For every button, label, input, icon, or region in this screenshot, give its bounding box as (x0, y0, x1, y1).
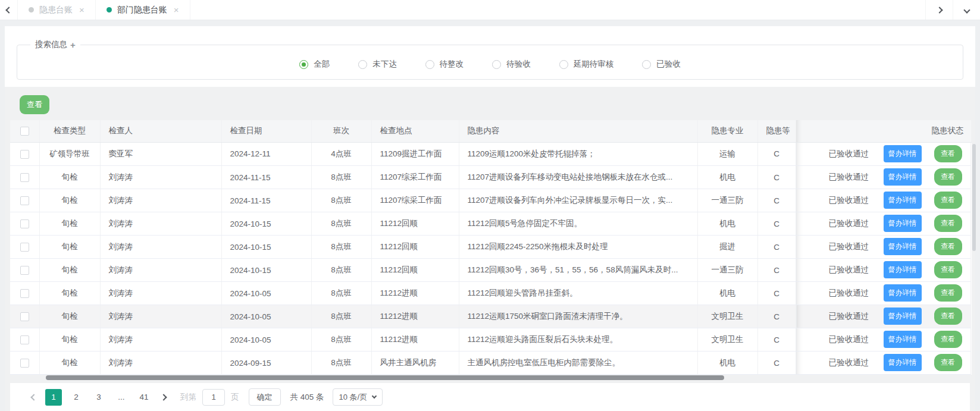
cell-grade: C (757, 212, 796, 236)
cell-inspector: 刘涛涛 (100, 236, 221, 259)
cell-content: 主通风机房控电室低压电柜内部需要除尘。 (459, 352, 697, 375)
cell-date: 2024-10-15 (221, 236, 311, 259)
cell-status-actions: 已验收通过 督办详情 查看 (796, 305, 972, 328)
row-view-button[interactable]: 查看 (934, 168, 962, 186)
total-count-label: 共 405 条 (290, 392, 324, 403)
page-size-select[interactable]: 10 条/页 (333, 388, 383, 406)
row-view-button[interactable]: 查看 (934, 145, 962, 162)
close-icon[interactable]: × (174, 5, 179, 15)
cell-grade: C (757, 189, 796, 212)
page-number[interactable]: 2 (68, 389, 84, 406)
tab-item[interactable]: 部门隐患台账 × (96, 0, 190, 20)
table-row: 旬检 刘涛涛 2024-10-05 8点班 11212进顺 11212运顺175… (10, 305, 971, 328)
supervise-detail-button[interactable]: 督办详情 (884, 215, 922, 232)
tabs-scroll-right-button[interactable] (925, 0, 953, 20)
cell-content: 11207进顺设备列车向外冲尘记录牌板显示每日一次，实... (459, 189, 697, 212)
cell-shift: 8点班 (311, 282, 371, 305)
tabs-scroll-left-button[interactable] (0, 0, 18, 20)
row-checkbox[interactable] (20, 266, 29, 275)
supervise-detail-button[interactable]: 督办详情 (884, 238, 922, 255)
horizontal-scrollbar-thumb[interactable] (46, 375, 724, 380)
col-header-date: 检查日期 (221, 120, 311, 142)
radio-label: 待验收 (506, 59, 531, 70)
select-all-checkbox[interactable] (20, 127, 29, 136)
next-page-button[interactable] (155, 395, 172, 400)
goto-label: 到第 (180, 392, 196, 403)
row-view-button[interactable]: 查看 (934, 261, 962, 278)
row-view-button[interactable]: 查看 (934, 308, 962, 325)
cell-location: 11212回顺 (371, 259, 459, 282)
row-checkbox[interactable] (20, 359, 29, 368)
row-checkbox[interactable] (20, 173, 29, 182)
close-icon[interactable]: × (79, 5, 84, 15)
cell-check-type: 矿领导带班 (39, 142, 100, 166)
supervise-detail-button[interactable]: 督办详情 (884, 284, 922, 302)
page-number[interactable]: 1 (45, 389, 62, 406)
cell-inspector: 刘涛涛 (100, 212, 221, 236)
chevron-down-icon (963, 7, 970, 13)
search-section-title: 搜索信息 + (30, 39, 80, 50)
col-header-shift: 班次 (311, 120, 371, 142)
status-filter-radio[interactable]: 待验收 (492, 59, 531, 70)
page-number[interactable]: 3 (90, 389, 107, 406)
supervise-detail-button[interactable]: 督办详情 (884, 145, 922, 162)
page-number[interactable]: 41 (136, 389, 152, 406)
tab-status-dot-icon (29, 7, 34, 12)
row-view-button[interactable]: 查看 (934, 354, 962, 371)
view-button[interactable]: 查看 (20, 95, 49, 114)
status-filter-radio[interactable]: 待整改 (425, 59, 464, 70)
cell-content: 11212回顺迎头管路吊挂歪斜。 (459, 282, 697, 305)
tab-list: 隐患台账 × 部门隐患台账 × (18, 0, 190, 20)
prev-page-button[interactable] (26, 395, 42, 400)
row-checkbox[interactable] (20, 150, 29, 159)
col-header-status: 隐患状态 (796, 120, 971, 142)
supervise-detail-button[interactable]: 督办详情 (884, 331, 922, 348)
cell-location: 11207综采工作面 (371, 189, 459, 212)
cell-date: 2024-09-15 (221, 352, 311, 375)
cell-specialty: 掘进 (697, 236, 757, 259)
cell-content: 11212回顺5号急停固定不牢固。 (459, 212, 697, 236)
page-number[interactable]: ... (113, 389, 130, 406)
tabs-menu-button[interactable] (953, 0, 980, 20)
row-view-button[interactable]: 查看 (934, 238, 962, 255)
status-filter-radio[interactable]: 全部 (299, 59, 330, 70)
row-view-button[interactable]: 查看 (934, 331, 962, 348)
cell-shift: 8点班 (311, 328, 371, 352)
row-checkbox[interactable] (20, 312, 29, 321)
row-view-button[interactable]: 查看 (934, 192, 962, 209)
row-view-button[interactable]: 查看 (934, 284, 962, 302)
cell-location: 风井主通风机房 (371, 352, 459, 375)
status-filter-radio[interactable]: 已验收 (642, 59, 681, 70)
supervise-detail-button[interactable]: 督办详情 (884, 192, 922, 209)
cell-specialty: 机电 (697, 282, 757, 305)
vertical-scrollbar-thumb[interactable] (972, 144, 976, 251)
horizontal-scrollbar[interactable] (10, 375, 971, 380)
cell-check-type: 旬检 (39, 166, 100, 189)
status-text: 已验收通过 (815, 334, 884, 345)
row-checkbox[interactable] (20, 219, 29, 228)
table-row: 旬检 刘涛涛 2024-10-15 8点班 11212回顺 11212回顺5号急… (10, 212, 971, 236)
row-checkbox[interactable] (20, 196, 29, 205)
table-row: 旬检 刘涛涛 2024-09-15 8点班 风井主通风机房 主通风机房控电室低压… (10, 352, 971, 375)
cell-date: 2024-11-15 (221, 189, 311, 212)
goto-page-input[interactable] (202, 389, 225, 406)
row-view-button[interactable]: 查看 (934, 215, 962, 232)
row-checkbox[interactable] (20, 289, 29, 298)
supervise-detail-button[interactable]: 督办详情 (884, 308, 922, 325)
confirm-button[interactable]: 确定 (249, 388, 281, 406)
supervise-detail-button[interactable]: 督办详情 (884, 354, 922, 371)
expand-icon[interactable]: + (70, 40, 76, 50)
col-header-specialty: 隐患专业 (697, 120, 757, 142)
supervise-detail-button[interactable]: 督办详情 (884, 168, 922, 186)
row-checkbox[interactable] (20, 335, 29, 344)
row-checkbox[interactable] (20, 243, 29, 252)
status-filter-radio[interactable]: 未下达 (358, 59, 397, 70)
cell-status-actions: 已验收通过 督办详情 查看 (796, 236, 972, 259)
search-section: 搜索信息 + 全部 未下达 (17, 39, 963, 80)
chevron-right-icon (936, 7, 943, 13)
supervise-detail-button[interactable]: 督办详情 (884, 261, 922, 278)
cell-grade: C (757, 328, 796, 352)
table-row: 旬检 刘涛涛 2024-11-15 8点班 11207综采工作面 11207进顺… (10, 166, 971, 189)
status-filter-radio[interactable]: 延期待审核 (559, 59, 614, 70)
tab-item[interactable]: 隐患台账 × (18, 0, 96, 20)
